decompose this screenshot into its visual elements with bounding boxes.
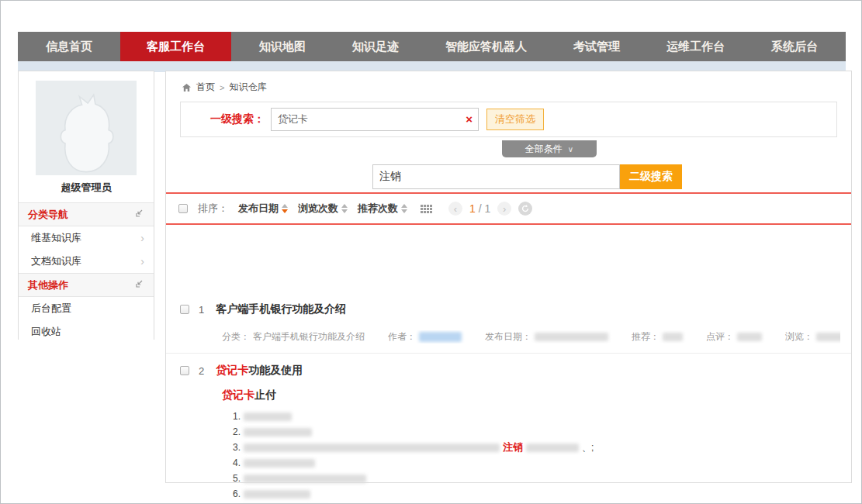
prev-page-icon[interactable]: ‹ [448,202,462,216]
page-current: 1 [469,202,476,215]
body-keyword-highlight: 注销 [503,440,523,454]
breadcrumb-current: 知识仓库 [229,81,266,94]
all-conditions-dropdown[interactable]: 全部条件 ∨ [502,140,597,157]
primary-search-input[interactable] [272,109,478,130]
result-item-head: 1 客户端手机银行功能及介绍 [166,292,851,316]
sidebar-item-backend-config[interactable]: 后台配置 [19,297,154,320]
sort-option-label: 浏览次数 [298,202,338,216]
content-panel: 首页 > 知识仓库 一级搜索： × 清空筛选 全部条件 ∨ 二级搜索 排序： 发… [165,71,852,483]
redacted-text [244,475,366,483]
grid-view-icon[interactable] [421,205,432,213]
home-icon [182,83,192,92]
item-index: 2 [199,365,204,377]
redacted-value [663,333,683,341]
nav-item-service-workbench[interactable]: 客服工作台 [120,32,231,61]
clear-input-icon[interactable]: × [466,113,473,125]
meta-views: 浏览： [785,330,840,343]
menu-item-label: 维基知识库 [31,231,81,245]
redacted-value [419,332,462,342]
result-item-1: 1 客户端手机银行功能及介绍 分类：客户端手机银行功能及介绍 作者： 发布日期：… [166,292,851,354]
meta-recommend: 推荐： [632,330,683,343]
sort-arrows-icon [282,204,288,213]
primary-search-box: 一级搜索： × 清空筛选 [180,102,837,137]
select-all-checkbox[interactable] [178,204,188,213]
sidebar-section-category-nav[interactable]: 分类导航 [19,202,154,226]
secondary-search-button[interactable]: 二级搜索 [620,164,682,189]
menu-item-label: 后台配置 [31,302,71,316]
body-heading: 贷记卡止付 [222,388,851,402]
sort-arrows-icon [401,204,407,213]
body-line: 1. [233,409,851,424]
breadcrumb-separator: > [220,83,224,92]
collapse-icon[interactable] [135,279,144,291]
sidebar-item-doc-kb[interactable]: 文档知识库 › [19,250,154,273]
nav-item-knowledge-track[interactable]: 知识足迹 [334,32,417,61]
chevron-right-icon: › [140,255,144,268]
chevron-down-icon: ∨ [568,145,573,154]
nav-item-smart-robot[interactable]: 智能应答机器人 [427,32,545,61]
item-checkbox[interactable] [180,305,189,314]
breadcrumb-home[interactable]: 首页 [196,81,215,94]
clear-filter-button[interactable]: 清空筛选 [486,109,544,130]
sort-option-publish-date[interactable]: 发布日期 [238,202,288,216]
line-tail: 、; [582,441,594,454]
redacted-text [244,428,312,437]
meta-author: 作者： [388,330,462,343]
top-nav: 信息首页 客服工作台 知识地图 知识足迹 智能应答机器人 考试管理 运维工作台 … [18,32,846,61]
result-item-2: 2 贷记卡功能及使用 贷记卡止付 1. 2. 3.注销、; 4. 5. 6. 7… [166,354,851,504]
current-user-name: 超级管理员 [19,181,154,195]
redacted-text [244,444,500,452]
item-title-link[interactable]: 客户端手机银行功能及介绍 [216,302,346,316]
meta-comment: 点评： [706,330,762,343]
body-list: 1. 2. 3.注销、; 4. 5. 6. 7. [233,409,851,504]
nav-item-ops-workbench[interactable]: 运维工作台 [648,32,743,61]
refresh-icon[interactable] [518,202,532,216]
sort-arrows-icon [341,204,348,213]
sidebar-item-wiki-kb[interactable]: 维基知识库 › [19,226,154,250]
redacted-text [244,413,292,421]
item-checkbox[interactable] [180,366,189,375]
chevron-right-icon: › [140,232,144,244]
sidebar: 超级管理员 分类导航 维基知识库 › 文档知识库 › 其他操作 [18,71,154,340]
page-indicator: 1 / 1 [469,202,490,215]
pagination: ‹ 1 / 1 › [448,202,532,216]
redacted-text [244,459,315,468]
section-title: 其他操作 [28,278,68,292]
all-conditions-label: 全部条件 [525,143,563,156]
title-keyword-highlight: 贷记卡 [216,364,248,376]
body-line: 6. [233,486,851,502]
sort-option-view-count[interactable]: 浏览次数 [298,202,348,216]
result-item-head: 2 贷记卡功能及使用 [166,354,851,378]
sort-option-label: 推荐次数 [358,202,398,216]
body-keyword-highlight: 贷记卡 [222,388,254,401]
nav-item-system-backend[interactable]: 系统后台 [753,32,836,61]
nav-item-knowledge-map[interactable]: 知识地图 [241,32,324,61]
sidebar-section-other-ops[interactable]: 其他操作 [19,273,154,297]
sidebar-item-recycle-bin[interactable]: 回收站 [19,320,154,343]
body-heading-rest: 止付 [254,388,276,401]
sort-option-label: 发布日期 [238,202,279,216]
item-body: 贷记卡止付 1. 2. 3.注销、; 4. 5. 6. 7. [222,388,851,504]
menu-item-label: 回收站 [31,325,61,339]
redacted-value [737,333,762,341]
page-total: 1 [484,202,490,215]
menu-item-label: 文档知识库 [31,254,81,268]
next-page-icon[interactable]: › [497,202,511,216]
secondary-search-input[interactable] [372,164,620,189]
sort-label: 排序： [198,202,228,216]
redacted-text [244,490,310,499]
item-title-link[interactable]: 贷记卡功能及使用 [216,364,303,378]
sort-bar: 排序： 发布日期 浏览次数 推荐次数 [166,194,851,225]
body-line: 2. [233,424,851,440]
redacted-value [535,333,608,341]
sort-option-recommend-count[interactable]: 推荐次数 [358,202,407,216]
item-index: 1 [199,304,204,316]
page-separator: / [476,202,485,215]
nav-item-exam-management[interactable]: 考试管理 [555,32,639,61]
title-rest: 功能及使用 [248,364,303,376]
body-line: 4. [233,455,851,471]
secondary-search-row: 二级搜索 [372,164,682,189]
sidebar-menu: 分类导航 维基知识库 › 文档知识库 › 其他操作 后台配置 [19,202,154,343]
collapse-icon[interactable] [135,209,144,220]
nav-item-info-home[interactable]: 信息首页 [27,32,111,61]
